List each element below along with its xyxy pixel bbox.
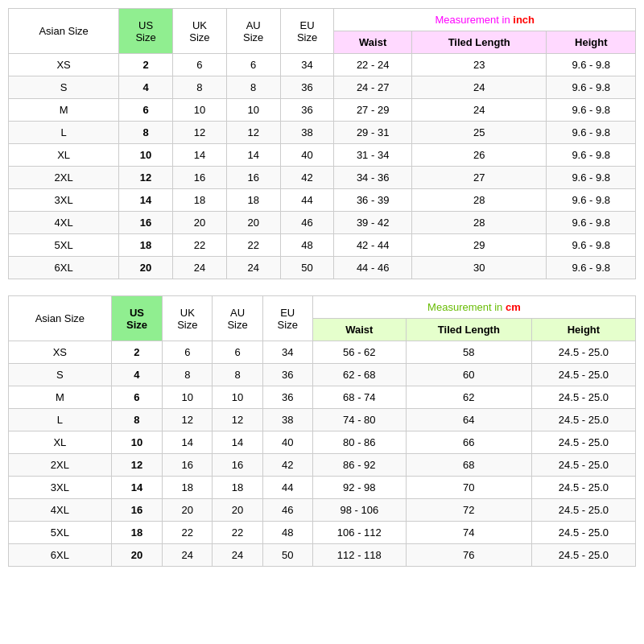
- table-cell: 2XL: [9, 454, 112, 477]
- table-cell: 48: [280, 234, 334, 257]
- table-cell: 24.5 - 25.0: [531, 341, 635, 364]
- table-cell: 18: [119, 234, 173, 257]
- table-cell: 8: [226, 76, 280, 99]
- table-row: 5XL1822224842 - 44299.6 - 9.8: [9, 234, 636, 257]
- measurement-cm-header: Measurement in cm: [312, 296, 635, 319]
- table-cell: 2: [119, 54, 173, 76]
- table-cell: 20: [226, 212, 280, 234]
- table-cell: 29: [411, 234, 547, 257]
- table-cell: 6XL: [9, 257, 119, 279]
- inch-size-table: Asian Size USSize UKSize AUSize EUSize M…: [8, 8, 636, 279]
- table-cell: 30: [411, 257, 547, 279]
- table-cell: 66: [406, 431, 531, 454]
- uk-size-col-header: UKSize: [173, 9, 227, 54]
- table-cell: 24.5 - 25.0: [531, 409, 635, 431]
- table-cell: M: [9, 386, 112, 409]
- table-cell: 24: [411, 99, 547, 122]
- table-cell: 22: [173, 234, 227, 257]
- table-cell: 80 - 86: [312, 431, 406, 454]
- table-row: XS2663456 - 625824.5 - 25.0: [9, 341, 636, 364]
- table-cell: 58: [406, 341, 531, 364]
- table-cell: 12: [111, 454, 163, 477]
- table-cell: 23: [411, 54, 547, 76]
- table-cell: 14: [163, 431, 213, 454]
- table-cell: 68 - 74: [312, 386, 406, 409]
- table-cell: 26: [411, 144, 547, 167]
- table-row: XL1014144031 - 34269.6 - 9.8: [9, 144, 636, 167]
- table-cell: 40: [262, 431, 312, 454]
- table-cell: 92 - 98: [312, 477, 406, 499]
- table-cell: 34: [262, 341, 312, 364]
- table-cell: 4XL: [9, 212, 119, 234]
- table-cell: XS: [9, 54, 119, 76]
- table-cell: 24.5 - 25.0: [531, 431, 635, 454]
- table-cell: 24.5 - 25.0: [531, 522, 635, 544]
- table-cell: 9.6 - 9.8: [547, 54, 636, 76]
- table-cell: 16: [213, 454, 262, 477]
- table-cell: 9.6 - 9.8: [547, 212, 636, 234]
- table-cell: 10: [119, 144, 173, 167]
- table-cell: 6: [119, 99, 173, 122]
- table-row: M610103668 - 746224.5 - 25.0: [9, 386, 636, 409]
- waist-col-header-inch: Waist: [334, 31, 411, 54]
- table-cell: 6: [163, 341, 213, 364]
- table-row: 6XL20242450112 - 1187624.5 - 25.0: [9, 544, 636, 567]
- table-cell: L: [9, 122, 119, 144]
- table-row: L812123874 - 806424.5 - 25.0: [9, 409, 636, 431]
- table-cell: 44: [280, 189, 334, 212]
- table-cell: XS: [9, 341, 112, 364]
- measurement-label-cm: Measurement in: [427, 301, 506, 313]
- table-cell: 2: [111, 341, 163, 364]
- table-cell: 34: [280, 54, 334, 76]
- uk-size-col-header-cm: UKSize: [163, 296, 213, 341]
- asian-size-col-header: Asian Size: [9, 9, 119, 54]
- table-cell: 22: [226, 234, 280, 257]
- table-cell: 4: [111, 364, 163, 386]
- table-cell: 27: [411, 167, 547, 189]
- table-cell: 44: [262, 477, 312, 499]
- table-cell: 20: [173, 212, 227, 234]
- table-row: 5XL18222248106 - 1127424.5 - 25.0: [9, 522, 636, 544]
- table-cell: 14: [173, 144, 227, 167]
- table-row: S4883624 - 27249.6 - 9.8: [9, 76, 636, 99]
- measurement-inch-header: Measurement in inch: [334, 9, 636, 31]
- table-cell: 16: [163, 454, 213, 477]
- table-cell: 24: [163, 544, 213, 567]
- table-cell: 8: [173, 76, 227, 99]
- table-cell: 16: [119, 212, 173, 234]
- table-cell: 22: [213, 522, 262, 544]
- table-cell: 72: [406, 499, 531, 522]
- table-cell: 18: [111, 522, 163, 544]
- table-cell: 24.5 - 25.0: [531, 544, 635, 567]
- us-size-col-header: USSize: [119, 9, 173, 54]
- table-cell: 38: [262, 409, 312, 431]
- table-cell: 18: [226, 189, 280, 212]
- table-row: 3XL1418184436 - 39289.6 - 9.8: [9, 189, 636, 212]
- table-cell: 28: [411, 212, 547, 234]
- table-cell: 86 - 92: [312, 454, 406, 477]
- table-cell: 36 - 39: [334, 189, 411, 212]
- table-cell: 12: [173, 122, 227, 144]
- table-cell: 29 - 31: [334, 122, 411, 144]
- table-cell: 9.6 - 9.8: [547, 122, 636, 144]
- table-cell: 12: [213, 409, 262, 431]
- table-cell: 6: [226, 54, 280, 76]
- table-cell: 10: [226, 99, 280, 122]
- table-cell: 39 - 42: [334, 212, 411, 234]
- table-row: 4XL1620204639 - 42289.6 - 9.8: [9, 212, 636, 234]
- table-cell: 9.6 - 9.8: [547, 167, 636, 189]
- table-cell: M: [9, 99, 119, 122]
- table-cell: 14: [226, 144, 280, 167]
- table-row: 3XL1418184492 - 987024.5 - 25.0: [9, 477, 636, 499]
- table-cell: 36: [262, 386, 312, 409]
- table-cell: 14: [119, 189, 173, 212]
- asian-size-col-header-cm: Asian Size: [9, 296, 112, 341]
- table-cell: 20: [163, 499, 213, 522]
- table-cell: 14: [111, 477, 163, 499]
- table-row: L812123829 - 31259.6 - 9.8: [9, 122, 636, 144]
- tiled-length-col-header-cm: Tiled Length: [406, 319, 531, 341]
- table-cell: 74 - 80: [312, 409, 406, 431]
- table-cell: 64: [406, 409, 531, 431]
- table-cell: 22: [163, 522, 213, 544]
- table-cell: 62 - 68: [312, 364, 406, 386]
